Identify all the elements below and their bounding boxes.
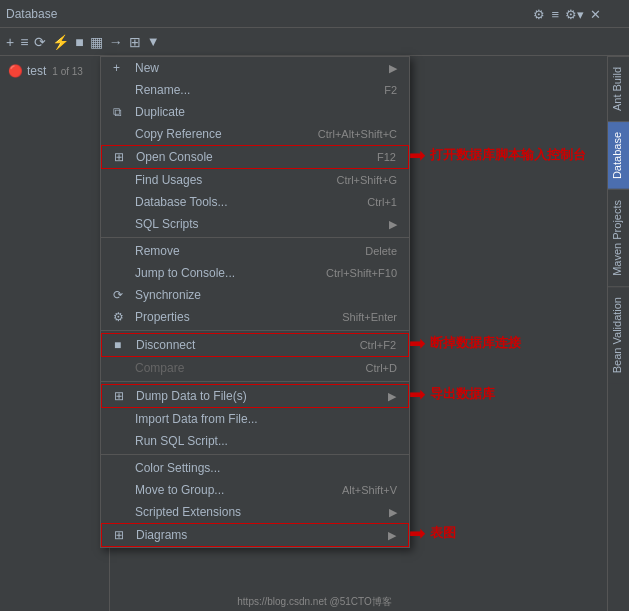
menu-icon[interactable]: ≡ — [551, 7, 559, 22]
menu-item-icon-dump-data: ⊞ — [114, 389, 132, 403]
menu-item-label-disconnect: Disconnect — [136, 338, 340, 352]
menu-item-sql-scripts[interactable]: SQL Scripts▶ — [101, 213, 409, 235]
menu-item-find-usages[interactable]: Find UsagesCtrl+Shift+G — [101, 169, 409, 191]
menu-item-new[interactable]: +New▶ — [101, 57, 409, 79]
refresh-icon[interactable]: ⟳ — [34, 34, 46, 50]
menu-separator — [101, 237, 409, 238]
db-item-test[interactable]: 🔴 test 1 of 13 — [0, 60, 109, 82]
top-right-icons: ⚙ ≡ ⚙▾ ✕ — [529, 0, 605, 28]
menu-item-label-copy-ref: Copy Reference — [135, 127, 298, 141]
menu-item-label-remove: Remove — [135, 244, 345, 258]
context-menu: +New▶Rename...F2⧉DuplicateCopy Reference… — [100, 56, 410, 548]
menu-item-label-dump-data: Dump Data to File(s) — [136, 389, 384, 403]
console-icon[interactable]: ⊞ — [129, 34, 141, 50]
menu-item-diagrams[interactable]: ⊞Diagrams▶ — [101, 523, 409, 547]
menu-item-shortcut-copy-ref: Ctrl+Alt+Shift+C — [318, 128, 397, 140]
menu-item-label-synchronize: Synchronize — [135, 288, 397, 302]
settings-icon[interactable]: ⚙ — [533, 7, 545, 22]
db-item-icon: 🔴 — [8, 64, 23, 78]
menu-item-label-move-to-group: Move to Group... — [135, 483, 322, 497]
close-icon[interactable]: ✕ — [590, 7, 601, 22]
menu-item-shortcut-compare: Ctrl+D — [366, 362, 397, 374]
menu-item-shortcut-find-usages: Ctrl+Shift+G — [336, 174, 397, 186]
db-item-name: test — [27, 64, 46, 78]
menu-item-shortcut-open-console: F12 — [377, 151, 396, 163]
left-panel: 🔴 test 1 of 13 — [0, 56, 110, 611]
watermark: https://blog.csdn.net @51CTO博客 — [237, 595, 391, 609]
main-area: 🔴 test 1 of 13 +New▶Rename...F2⧉Duplicat… — [0, 56, 629, 611]
right-tab-database[interactable]: Database — [608, 121, 629, 189]
menu-item-dump-data[interactable]: ⊞Dump Data to File(s)▶ — [101, 384, 409, 408]
menu-item-copy-ref[interactable]: Copy ReferenceCtrl+Alt+Shift+C — [101, 123, 409, 145]
menu-item-label-color-settings: Color Settings... — [135, 461, 397, 475]
menu-item-label-scripted-ext: Scripted Extensions — [135, 505, 385, 519]
menu-item-arrow-sql-scripts: ▶ — [389, 218, 397, 231]
db-header: + ≡ ⟳ ⚡ ■ ▦ → ⊞ ▼ — [0, 28, 629, 56]
menu-item-label-new: New — [135, 61, 385, 75]
menu-item-arrow-scripted-ext: ▶ — [389, 506, 397, 519]
menu-separator — [101, 330, 409, 331]
config-icon[interactable]: ⚙▾ — [565, 7, 584, 22]
menu-separator — [101, 381, 409, 382]
menu-item-label-properties: Properties — [135, 310, 322, 324]
menu-item-label-diagrams: Diagrams — [136, 528, 384, 542]
menu-item-label-jump-console: Jump to Console... — [135, 266, 306, 280]
menu-item-shortcut-properties: Shift+Enter — [342, 311, 397, 323]
menu-item-open-console[interactable]: ⊞Open ConsoleF12 — [101, 145, 409, 169]
menu-item-icon-open-console: ⊞ — [114, 150, 132, 164]
menu-item-label-compare: Compare — [135, 361, 346, 375]
right-tab-maven[interactable]: Maven Projects — [608, 189, 629, 286]
menu-item-label-find-usages: Find Usages — [135, 173, 316, 187]
menu-item-remove[interactable]: RemoveDelete — [101, 240, 409, 262]
menu-separator — [101, 454, 409, 455]
right-tab-bean-validation[interactable]: Bean Validation — [608, 286, 629, 383]
menu-item-icon-disconnect: ■ — [114, 338, 132, 352]
right-tabs: Ant BuildDatabaseMaven ProjectsBean Vali… — [607, 56, 629, 611]
menu-item-move-to-group[interactable]: Move to Group...Alt+Shift+V — [101, 479, 409, 501]
menu-item-icon-properties: ⚙ — [113, 310, 131, 324]
menu-item-jump-console[interactable]: Jump to Console...Ctrl+Shift+F10 — [101, 262, 409, 284]
menu-item-run-sql[interactable]: Run SQL Script... — [101, 430, 409, 452]
menu-item-label-duplicate: Duplicate — [135, 105, 397, 119]
menu-item-label-open-console: Open Console — [136, 150, 357, 164]
menu-item-label-db-tools: Database Tools... — [135, 195, 347, 209]
toolbar: Database ⚙ ≡ ⚙▾ ✕ — [0, 0, 629, 28]
list-icon[interactable]: ≡ — [20, 34, 28, 50]
menu-item-icon-new: + — [113, 61, 131, 75]
menu-item-color-settings[interactable]: Color Settings... — [101, 457, 409, 479]
menu-item-shortcut-jump-console: Ctrl+Shift+F10 — [326, 267, 397, 279]
menu-item-icon-duplicate: ⧉ — [113, 105, 131, 119]
export-icon[interactable]: → — [109, 34, 123, 50]
menu-item-icon-synchronize: ⟳ — [113, 288, 131, 302]
menu-item-shortcut-remove: Delete — [365, 245, 397, 257]
menu-item-shortcut-db-tools: Ctrl+1 — [367, 196, 397, 208]
menu-item-disconnect[interactable]: ■DisconnectCtrl+F2 — [101, 333, 409, 357]
menu-item-shortcut-rename: F2 — [384, 84, 397, 96]
menu-item-synchronize[interactable]: ⟳Synchronize — [101, 284, 409, 306]
menu-item-properties[interactable]: ⚙PropertiesShift+Enter — [101, 306, 409, 328]
menu-item-scripted-ext[interactable]: Scripted Extensions▶ — [101, 501, 409, 523]
grid-icon[interactable]: ▦ — [90, 34, 103, 50]
menu-item-label-rename: Rename... — [135, 83, 364, 97]
menu-item-duplicate[interactable]: ⧉Duplicate — [101, 101, 409, 123]
menu-item-arrow-diagrams: ▶ — [388, 529, 396, 542]
menu-item-label-run-sql: Run SQL Script... — [135, 434, 397, 448]
menu-item-import-data[interactable]: Import Data from File... — [101, 408, 409, 430]
run-icon[interactable]: ⚡ — [52, 34, 69, 50]
right-tab-ant-build[interactable]: Ant Build — [608, 56, 629, 121]
menu-item-label-sql-scripts: SQL Scripts — [135, 217, 385, 231]
menu-item-rename[interactable]: Rename...F2 — [101, 79, 409, 101]
menu-item-arrow-new: ▶ — [389, 62, 397, 75]
menu-item-shortcut-move-to-group: Alt+Shift+V — [342, 484, 397, 496]
filter-icon[interactable]: ▼ — [147, 34, 160, 49]
add-icon[interactable]: + — [6, 34, 14, 50]
menu-item-arrow-dump-data: ▶ — [388, 390, 396, 403]
menu-item-shortcut-disconnect: Ctrl+F2 — [360, 339, 396, 351]
db-item-count: 1 of 13 — [52, 66, 83, 77]
menu-item-icon-diagrams: ⊞ — [114, 528, 132, 542]
stop-icon[interactable]: ■ — [75, 34, 83, 50]
menu-item-db-tools[interactable]: Database Tools...Ctrl+1 — [101, 191, 409, 213]
menu-item-label-import-data: Import Data from File... — [135, 412, 397, 426]
toolbar-title: Database — [6, 7, 57, 21]
menu-item-compare: CompareCtrl+D — [101, 357, 409, 379]
